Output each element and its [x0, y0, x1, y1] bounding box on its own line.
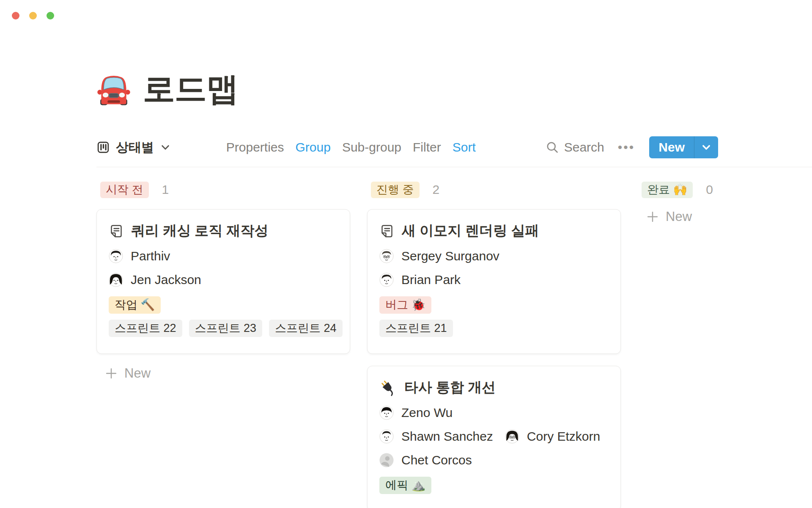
page-header: 로드맵: [96, 68, 238, 111]
toolbar-actions: PropertiesGroupSub-groupFilterSort Searc…: [215, 136, 718, 158]
column-status-badge[interactable]: 시작 전: [100, 182, 149, 198]
person: Brian Park: [379, 273, 461, 287]
search-label: Search: [564, 140, 604, 155]
board-column-0: 시작 전1 쿼리 캐싱 로직 재작성 Parthiv Jen Jackson작업…: [96, 181, 350, 381]
card-title-row: 타사 통합 개선: [379, 378, 608, 397]
avatar: [379, 429, 394, 444]
person: Shawn Sanchez: [379, 429, 493, 444]
person-name: Cory Etzkorn: [527, 429, 600, 444]
tag-badge: 버그 🐞: [379, 296, 431, 314]
person-name: Brian Park: [401, 273, 461, 287]
add-new-card-button[interactable]: New: [105, 366, 350, 381]
card-title: 쿼리 캐싱 로직 재작성: [131, 221, 269, 240]
card-tag-row: 에픽 ⛰️: [379, 477, 608, 494]
plug-emoji-icon: [379, 379, 397, 397]
card-title-row: 쿼리 캐싱 로직 재작성: [109, 221, 337, 240]
avatar: [109, 249, 123, 263]
board-column-2: 완료 🙌0 New: [638, 181, 812, 224]
card-tag-row: 작업 🔨: [109, 296, 337, 314]
new-dropdown-button[interactable]: [694, 136, 718, 158]
toolbar-menu-sort[interactable]: Sort: [453, 140, 476, 155]
card-people-row: Chet Corcos: [379, 453, 608, 467]
new-button-label[interactable]: New: [649, 136, 694, 158]
chevron-down-icon: [160, 142, 171, 153]
person-name: Shawn Sanchez: [401, 429, 493, 444]
plus-icon: [105, 367, 118, 380]
column-header: 완료 🙌0: [642, 181, 812, 198]
card-people-row: Jen Jackson: [109, 273, 337, 287]
board-card[interactable]: 쿼리 캐싱 로직 재작성 Parthiv Jen Jackson작업 🔨스프린트…: [96, 209, 350, 354]
tag-badge: 에픽 ⛰️: [379, 477, 431, 494]
board-card[interactable]: 새 이모지 렌더링 실패 Sergey Surganov Brian Park버…: [367, 209, 621, 354]
avatar: [505, 429, 519, 444]
search-button[interactable]: Search: [546, 140, 604, 155]
person-name: Parthiv: [131, 249, 170, 263]
person: Zeno Wu: [379, 406, 453, 420]
person-name: Chet Corcos: [401, 453, 472, 467]
card-people-row: Parthiv: [109, 249, 337, 263]
column-card-count: 1: [162, 182, 169, 197]
card-people-row: Shawn Sanchez Cory Etzkorn: [379, 429, 608, 444]
card-title: 타사 통합 개선: [404, 378, 496, 397]
column-status-badge[interactable]: 진행 중: [371, 182, 420, 198]
page-title[interactable]: 로드맵: [143, 68, 238, 111]
card-title-row: 새 이모지 렌더링 실패: [379, 221, 608, 240]
close-window-button[interactable]: [12, 12, 19, 19]
car-emoji-icon[interactable]: [96, 72, 131, 107]
avatar: [379, 249, 394, 263]
column-status-badge[interactable]: 완료 🙌: [642, 182, 693, 198]
column-card-count: 0: [706, 182, 713, 197]
add-new-card-label: New: [666, 209, 692, 224]
person: Cory Etzkorn: [505, 429, 600, 444]
view-selector-label: 상태별: [116, 139, 154, 156]
window-controls: [12, 12, 54, 19]
person-name: Zeno Wu: [401, 406, 453, 420]
more-options-button[interactable]: •••: [618, 140, 635, 155]
toolbar-menu-properties[interactable]: Properties: [226, 140, 284, 155]
column-header: 진행 중2: [371, 181, 621, 198]
add-new-card-button[interactable]: New: [646, 209, 812, 224]
card-people-row: Zeno Wu: [379, 406, 608, 420]
toolbar-menu-group[interactable]: Group: [296, 140, 331, 155]
person-name: Jen Jackson: [131, 273, 201, 287]
board-toolbar: 상태별 PropertiesGroupSub-groupFilterSort S…: [96, 135, 718, 159]
toolbar-divider: [96, 167, 812, 167]
minimize-window-button[interactable]: [29, 12, 37, 19]
document-page-icon: [109, 224, 124, 239]
person-name: Sergey Surganov: [401, 249, 499, 263]
tag-badge: 스프린트 23: [189, 320, 263, 337]
avatar: [379, 406, 394, 420]
avatar: [379, 453, 394, 467]
plus-icon: [646, 210, 659, 223]
board-card[interactable]: 타사 통합 개선 Zeno Wu Shawn Sanchez Cory Etzk…: [367, 366, 621, 508]
board-view-icon: [96, 141, 110, 154]
person: Parthiv: [109, 249, 170, 263]
board-column-1: 진행 중2 새 이모지 렌더링 실패 Sergey Surganov Brian…: [367, 181, 621, 508]
person: Chet Corcos: [379, 453, 472, 467]
zoom-window-button[interactable]: [47, 12, 54, 19]
person: Sergey Surganov: [379, 249, 499, 263]
card-tag-row: 스프린트 21: [379, 320, 608, 337]
tag-badge: 작업 🔨: [109, 296, 161, 314]
view-selector[interactable]: 상태별: [96, 139, 171, 156]
search-icon: [546, 141, 559, 154]
new-button: New: [649, 136, 718, 158]
tag-badge: 스프린트 21: [379, 320, 453, 337]
card-title: 새 이모지 렌더링 실패: [402, 221, 539, 240]
tag-badge: 스프린트 24: [269, 320, 343, 337]
card-tag-row: 스프린트 22스프린트 23스프린트 24: [109, 320, 337, 337]
toolbar-menu-sub-group[interactable]: Sub-group: [342, 140, 401, 155]
card-people-row: Sergey Surganov: [379, 249, 608, 263]
avatar: [109, 273, 123, 287]
column-card-count: 2: [433, 182, 440, 197]
person: Jen Jackson: [109, 273, 201, 287]
card-tag-row: 버그 🐞: [379, 296, 608, 314]
toolbar-menu-filter[interactable]: Filter: [413, 140, 441, 155]
document-page-icon: [379, 224, 395, 239]
avatar: [379, 273, 394, 287]
tag-badge: 스프린트 22: [109, 320, 182, 337]
card-people-row: Brian Park: [379, 273, 608, 287]
column-header: 시작 전1: [100, 181, 350, 198]
add-new-card-label: New: [124, 366, 151, 381]
